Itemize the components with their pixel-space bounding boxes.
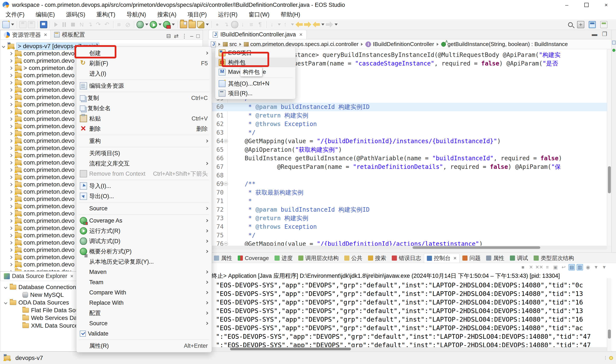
minimize-icon[interactable]: – bbox=[190, 33, 193, 39]
fold-collapse-icon[interactable] bbox=[224, 182, 228, 186]
tree-item-module[interactable]: com.primeton.devo bbox=[8, 101, 75, 108]
breadcrumb-item[interactable]: IIBuildDefinitionController bbox=[365, 41, 434, 48]
collapse-all-icon[interactable]: ⊟ bbox=[166, 33, 171, 39]
close-editor-icon[interactable]: × bbox=[299, 31, 303, 38]
forward-icon[interactable] bbox=[304, 21, 311, 28]
tree-item-module[interactable]: com.primeton.devo bbox=[8, 239, 75, 246]
run-icon[interactable] bbox=[150, 21, 157, 28]
submenu-item-其他O[interactable]: 其他(O)...Ctrl+N bbox=[215, 79, 295, 88]
expand-arrow-icon[interactable] bbox=[9, 263, 13, 266]
run-icon-dropdown[interactable] bbox=[159, 24, 162, 26]
close-view-icon[interactable]: × bbox=[44, 31, 47, 38]
link-with-editor-icon[interactable]: ⇄ bbox=[174, 33, 179, 39]
console-tab-[interactable]: 公共 bbox=[342, 253, 365, 263]
menu-item-Source[interactable]: Source bbox=[76, 203, 212, 214]
expand-arrow-icon[interactable] bbox=[4, 286, 8, 289]
menu-item-Team[interactable]: Team bbox=[76, 277, 212, 287]
menu-item-关闭项目S[interactable]: 关闭项目(S) bbox=[76, 148, 212, 158]
expand-arrow-icon[interactable] bbox=[9, 175, 13, 179]
dse-item-Web-Services-Data[interactable]: Web Services Data bbox=[14, 314, 82, 322]
dse-item-Database-Connections[interactable]: Database Connections bbox=[2, 284, 79, 291]
remove-all-launches-icon[interactable]: ✕✕ bbox=[536, 264, 542, 271]
console-tab-[interactable]: 调用层次结构 bbox=[295, 253, 342, 263]
remote-console-icon[interactable] bbox=[40, 21, 47, 28]
tab-resource-explorer[interactable]: 资源管理器 × bbox=[0, 30, 51, 39]
expand-arrow-icon[interactable] bbox=[9, 256, 13, 259]
word-wrap-icon[interactable]: ↩ bbox=[560, 264, 567, 271]
expand-arrow-icon[interactable] bbox=[9, 168, 13, 172]
fold-collapse-icon[interactable] bbox=[224, 139, 228, 143]
editor-vertical-scrollbar[interactable] bbox=[607, 49, 611, 246]
expand-arrow-icon[interactable] bbox=[9, 81, 13, 84]
tree-item-module[interactable]: > com.primeton.de bbox=[8, 65, 73, 72]
expand-arrow-icon[interactable] bbox=[9, 66, 13, 70]
console-output[interactable]: "EOS-DEVOPS-SYS","app":"DEVOPS","grp":"d… bbox=[209, 281, 616, 350]
new-wizard-icon[interactable] bbox=[2, 21, 10, 28]
expand-arrow-icon[interactable] bbox=[9, 161, 13, 164]
maximize-editor-icon[interactable]: ❐ bbox=[602, 31, 607, 38]
menubar-item-P[interactable]: 项目(P) bbox=[182, 10, 212, 19]
console-tab-[interactable]: 控制台× bbox=[424, 253, 460, 263]
console-tab-[interactable]: 属性 bbox=[483, 253, 507, 263]
tree-item-module[interactable]: com.primeton.devo bbox=[8, 115, 75, 123]
back-history-icon-dropdown[interactable] bbox=[321, 24, 324, 26]
tree-item-module[interactable]: com.primeton.devo bbox=[8, 203, 75, 210]
editor-horizontal-scrollbar[interactable] bbox=[209, 246, 607, 249]
coverage-icon[interactable] bbox=[163, 21, 170, 28]
menu-item-配置[interactable]: 配置 bbox=[76, 308, 212, 318]
expand-arrow-icon[interactable] bbox=[9, 132, 13, 135]
dse-item-New-MySQL[interactable]: New MySQL bbox=[14, 291, 64, 299]
menubar-item-S[interactable]: 源码(S) bbox=[60, 10, 91, 19]
expand-arrow-icon[interactable] bbox=[9, 95, 13, 99]
menu-item-CoverageAs[interactable]: Coverage As bbox=[76, 216, 212, 226]
menubar-item-A[interactable]: 搜索(A) bbox=[152, 10, 182, 19]
dse-item-ODA-Data-Sources[interactable]: ODA Data Sources bbox=[2, 299, 69, 306]
other-perspective-icon[interactable] bbox=[600, 21, 607, 28]
close-view-icon[interactable]: × bbox=[70, 273, 73, 279]
tree-item-module[interactable]: com.primeton.devo bbox=[8, 144, 75, 152]
expand-arrow-icon[interactable] bbox=[9, 125, 13, 128]
tree-item-module[interactable]: com.primeton.devo bbox=[8, 130, 75, 137]
menubar-item-H[interactable]: 帮助(H) bbox=[275, 10, 306, 19]
tree-item-module[interactable]: com.primeton.devo bbox=[8, 210, 75, 217]
menu-item-从本地历史记录复原Y[interactable]: 从本地历史记录复原(Y)... bbox=[76, 257, 212, 267]
tree-item-module[interactable]: com.primeton.devo bbox=[8, 166, 75, 174]
terminate-console-icon[interactable]: ■ bbox=[520, 264, 526, 271]
menu-item-导出O[interactable]: 导出(O)... bbox=[76, 191, 212, 201]
console-tab-[interactable]: 问题 bbox=[460, 253, 483, 263]
menu-item-编辑业务资源[interactable]: 编辑业务资源 bbox=[76, 81, 212, 91]
clear-console-icon[interactable]: ≡ bbox=[544, 264, 551, 271]
menu-item-运行方式R[interactable]: 运行方式(R) bbox=[76, 226, 212, 236]
expand-arrow-icon[interactable] bbox=[9, 212, 13, 215]
expand-arrow-icon[interactable] bbox=[9, 88, 13, 91]
statusbar-notification-icon[interactable] bbox=[609, 356, 613, 360]
menu-item-CompareWith[interactable]: Compare With bbox=[76, 287, 212, 298]
expand-arrow-icon[interactable] bbox=[9, 190, 13, 194]
expand-arrow-icon[interactable] bbox=[9, 110, 13, 113]
maximize-button[interactable] bbox=[577, 0, 596, 10]
expand-arrow-icon[interactable] bbox=[9, 219, 13, 222]
close-button[interactable]: × bbox=[596, 0, 616, 10]
minimize-button[interactable]: – bbox=[557, 0, 577, 10]
menu-item-Maven[interactable]: Maven bbox=[76, 267, 212, 277]
expand-arrow-icon[interactable] bbox=[9, 270, 13, 271]
forward-gray-icon-dropdown[interactable] bbox=[335, 24, 338, 26]
expand-arrow-icon[interactable] bbox=[9, 248, 13, 252]
menu-item-导入I[interactable]: 导入(I)... bbox=[76, 181, 212, 191]
show-stderr-icon[interactable]: ▥ bbox=[577, 264, 583, 271]
menu-item-流程定义库交互[interactable]: 流程定义库交互 bbox=[76, 158, 212, 169]
tree-item-module[interactable]: com.primeton.devo bbox=[8, 181, 75, 188]
menu-item-复制全名[interactable]: 复制全名 bbox=[76, 103, 212, 113]
expand-arrow-icon[interactable] bbox=[9, 74, 13, 77]
expand-arrow-icon[interactable] bbox=[9, 226, 13, 230]
menu-item-粘贴[interactable]: 粘贴Ctrl+V bbox=[76, 113, 212, 124]
breadcrumb-item[interactable]: getBuildInstance(String, boolean) : Buil… bbox=[441, 41, 568, 48]
expand-arrow-icon[interactable] bbox=[9, 197, 13, 201]
rail-run-icon[interactable] bbox=[612, 49, 615, 52]
debug-icon-dropdown[interactable] bbox=[145, 24, 148, 26]
expand-arrow-icon[interactable] bbox=[9, 103, 13, 106]
menubar-item-N[interactable]: 导航(N) bbox=[121, 10, 152, 19]
fold-collapse-icon[interactable] bbox=[224, 242, 228, 246]
expand-arrow-icon[interactable] bbox=[9, 52, 13, 55]
expand-arrow-icon[interactable] bbox=[2, 44, 5, 48]
